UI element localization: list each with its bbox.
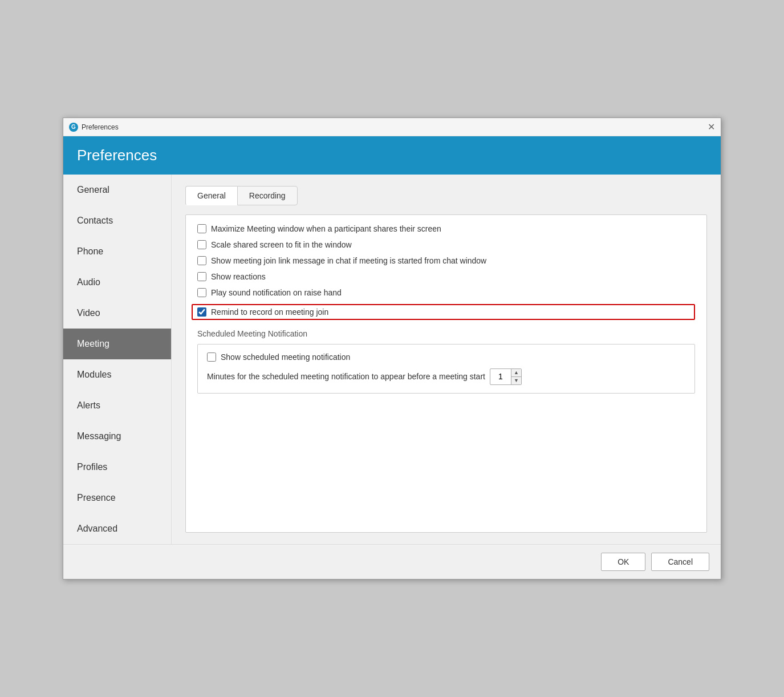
tab-general-tab[interactable]: General xyxy=(185,186,237,205)
show-scheduled-label[interactable]: Show scheduled meeting notification xyxy=(221,352,350,362)
scheduled-section-title: Scheduled Meeting Notification xyxy=(197,329,695,338)
spinner-down-button[interactable]: ▼ xyxy=(511,376,521,384)
remind-record-checkbox[interactable] xyxy=(197,307,206,317)
settings-panel: Maximize Meeting window when a participa… xyxy=(185,214,707,533)
minutes-input[interactable]: 1 xyxy=(490,370,511,383)
tab-recording-tab[interactable]: Recording xyxy=(237,186,298,205)
sidebar-item-contacts[interactable]: Contacts xyxy=(63,205,171,236)
ok-button[interactable]: OK xyxy=(601,553,645,571)
preferences-header: Preferences xyxy=(63,136,721,175)
sidebar-item-messaging[interactable]: Messaging xyxy=(63,421,171,452)
title-bar: G Preferences ✕ xyxy=(63,118,721,136)
sidebar-item-advanced[interactable]: Advanced xyxy=(63,513,171,544)
sidebar-item-phone[interactable]: Phone xyxy=(63,236,171,267)
title-bar-title: Preferences xyxy=(82,123,119,131)
scale-shared-checkbox[interactable] xyxy=(197,240,206,249)
title-bar-left: G Preferences xyxy=(69,123,119,132)
show-scheduled-row: Show scheduled meeting notification xyxy=(207,352,685,362)
checkbox-row-show-join-link: Show meeting join link message in chat i… xyxy=(197,256,695,265)
sidebar-item-video[interactable]: Video xyxy=(63,298,171,329)
sidebar-item-modules[interactable]: Modules xyxy=(63,359,171,390)
checkbox-row-show-reactions: Show reactions xyxy=(197,272,695,281)
tabs: GeneralRecording xyxy=(185,186,707,205)
show-reactions-label[interactable]: Show reactions xyxy=(211,272,266,281)
app-icon: G xyxy=(69,123,78,132)
show-reactions-checkbox[interactable] xyxy=(197,272,206,281)
preferences-title: Preferences xyxy=(77,147,157,164)
play-sound-label[interactable]: Play sound notification on raise hand xyxy=(211,288,342,297)
sidebar-item-audio[interactable]: Audio xyxy=(63,267,171,298)
cancel-button[interactable]: Cancel xyxy=(651,553,709,571)
body: GeneralContactsPhoneAudioVideoMeetingMod… xyxy=(63,175,721,544)
sidebar-item-presence[interactable]: Presence xyxy=(63,483,171,513)
maximize-meeting-checkbox[interactable] xyxy=(197,224,206,233)
show-scheduled-checkbox[interactable] xyxy=(207,352,216,362)
minutes-row: Minutes for the scheduled meeting notifi… xyxy=(207,368,685,385)
spinner-up-button[interactable]: ▲ xyxy=(511,369,521,376)
checkbox-row-play-sound: Play sound notification on raise hand xyxy=(197,288,695,297)
spinner-buttons: ▲ ▼ xyxy=(511,369,521,384)
minutes-label: Minutes for the scheduled meeting notifi… xyxy=(207,372,485,381)
main-content: GeneralRecording Maximize Meeting window… xyxy=(172,175,721,544)
maximize-meeting-label[interactable]: Maximize Meeting window when a participa… xyxy=(211,224,441,233)
checkboxes-container: Maximize Meeting window when a participa… xyxy=(197,224,695,320)
sidebar-item-profiles[interactable]: Profiles xyxy=(63,452,171,483)
checkbox-row-scale-shared: Scale shared screen to fit in the window xyxy=(197,240,695,249)
checkbox-row-maximize-meeting: Maximize Meeting window when a participa… xyxy=(197,224,695,233)
play-sound-checkbox[interactable] xyxy=(197,288,206,297)
show-join-link-checkbox[interactable] xyxy=(197,256,206,265)
sidebar-item-meeting[interactable]: Meeting xyxy=(63,329,171,359)
scale-shared-label[interactable]: Scale shared screen to fit in the window xyxy=(211,240,352,249)
close-button[interactable]: ✕ xyxy=(708,123,715,132)
remind-record-label[interactable]: Remind to record on meeting join xyxy=(211,307,328,317)
notification-box: Show scheduled meeting notification Minu… xyxy=(197,344,695,394)
checkbox-row-remind-record: Remind to record on meeting join xyxy=(192,304,695,320)
sidebar-item-alerts[interactable]: Alerts xyxy=(63,390,171,421)
minutes-spinner[interactable]: 1 ▲ ▼ xyxy=(490,368,522,385)
footer: OK Cancel xyxy=(63,544,721,579)
preferences-window: G Preferences ✕ Preferences GeneralConta… xyxy=(63,117,721,580)
show-join-link-label[interactable]: Show meeting join link message in chat i… xyxy=(211,256,486,265)
sidebar: GeneralContactsPhoneAudioVideoMeetingMod… xyxy=(63,175,172,544)
sidebar-item-general[interactable]: General xyxy=(63,175,171,205)
